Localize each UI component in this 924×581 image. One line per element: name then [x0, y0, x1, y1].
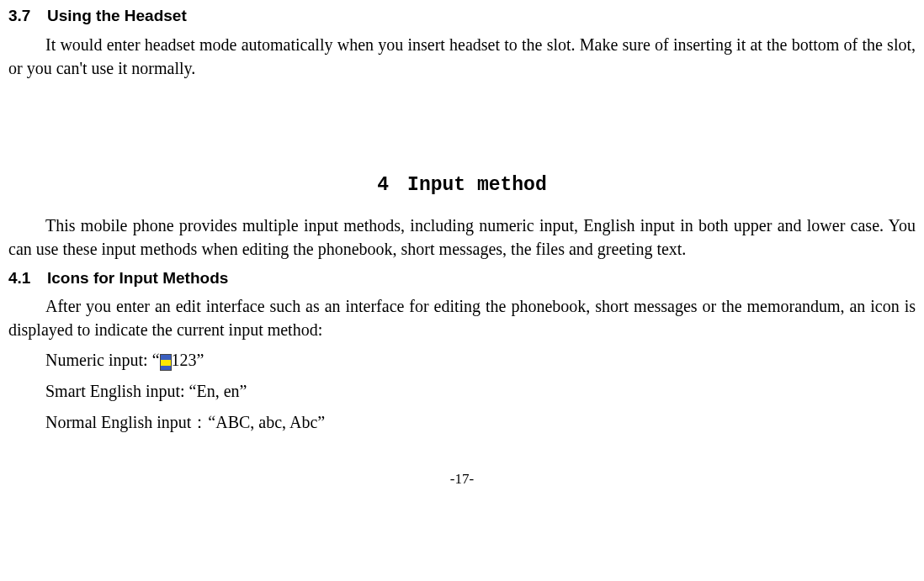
chapter-number: 4 [377, 174, 389, 196]
normal-english-line: Normal English input：“ABC, abc, Abc” [45, 409, 916, 436]
section-4-1-heading: 4.1Icons for Input Methods [8, 267, 916, 290]
close-quote: ” [197, 351, 204, 369]
normal-english-label: Normal English input： [45, 413, 208, 431]
numeric-input-icon [160, 354, 172, 371]
open-quote: “ [152, 351, 160, 369]
smart-english-value: “En, en” [189, 382, 247, 400]
smart-english-label: Smart English input: [45, 382, 185, 400]
smart-english-line: Smart English input: “En, en” [45, 378, 916, 404]
normal-english-value: “ABC, abc, Abc” [208, 413, 325, 431]
page-number: -17- [8, 469, 916, 489]
chapter-4-intro: This mobile phone provides multiple inpu… [8, 214, 916, 261]
numeric-input-value: 123 [172, 351, 197, 369]
section-title: Using the Headset [47, 7, 187, 24]
chapter-4-heading: 4Input method [8, 172, 916, 198]
section-number: 4.1 [8, 267, 47, 290]
section-3-7-body: It would enter headset mode automaticall… [8, 33, 916, 80]
numeric-input-label: Numeric input: [45, 351, 148, 369]
chapter-title: Input method [407, 174, 547, 196]
section-4-1-body: After you enter an edit interface such a… [8, 294, 916, 341]
section-title: Icons for Input Methods [47, 269, 228, 287]
section-number: 3.7 [8, 5, 47, 28]
section-3-7-heading: 3.7Using the Headset [8, 5, 916, 28]
numeric-input-line: Numeric input: “123” [45, 346, 916, 373]
